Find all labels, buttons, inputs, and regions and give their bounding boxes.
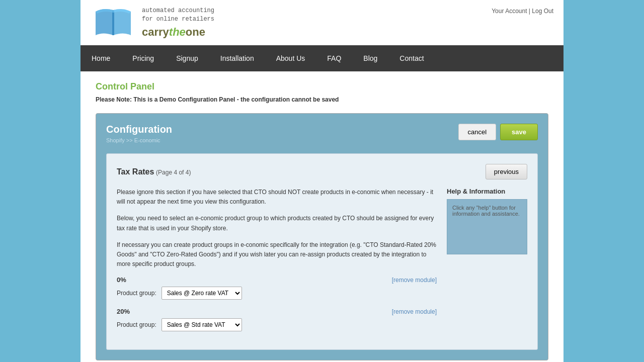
product-group-row-20: Product group: Sales @ Zero rate VAT Sal… <box>117 318 437 331</box>
tax-rate-percent-0: 0% <box>117 276 126 284</box>
brand-name: carrytheone <box>142 26 214 39</box>
help-title: Help & Information <box>447 188 527 195</box>
tax-rates-title: Tax Rates <box>117 167 154 176</box>
logout-link[interactable]: Log Out <box>532 8 553 15</box>
info-para-1: Please ignore this section if you have s… <box>117 188 437 207</box>
tagline: automated accounting for online retailer… <box>142 7 214 24</box>
config-title: Configuration <box>106 124 172 135</box>
config-box: Configuration Shopify >> E-conomic cance… <box>96 113 548 360</box>
tax-rates-header: Tax Rates (Page 4 of 4) previous <box>117 164 527 179</box>
cancel-button[interactable]: cancel <box>458 124 497 140</box>
remove-module-link-20[interactable]: [remove module] <box>392 308 437 315</box>
header-links: Your Account | Log Out <box>492 8 553 15</box>
tax-rate-line-0: 0% [remove module] <box>117 276 437 284</box>
tax-rate-row-20: 20% [remove module] Product group: Sales… <box>117 308 437 331</box>
previous-button[interactable]: previous <box>486 164 527 179</box>
nav-faq[interactable]: FAQ <box>316 45 352 71</box>
control-panel-title: Control Panel <box>96 81 548 92</box>
nav-about-us[interactable]: About Us <box>265 45 316 71</box>
info-para-2: Below, you need to select an e-conomic p… <box>117 214 437 233</box>
nav-pricing[interactable]: Pricing <box>121 45 165 71</box>
tax-rate-row-0: 0% [remove module] Product group: Sales … <box>117 276 437 300</box>
nav-signup[interactable]: Signup <box>165 45 209 71</box>
product-group-label-0: Product group: <box>117 290 156 297</box>
tax-rate-line-20: 20% [remove module] <box>117 308 437 315</box>
remove-module-link-0[interactable]: [remove module] <box>392 277 437 284</box>
your-account-link[interactable]: Your Account <box>492 8 527 15</box>
right-content: Help & Information Click any "help" butt… <box>447 188 527 339</box>
header: automated accounting for online retailer… <box>80 0 564 45</box>
nav-contact[interactable]: Contact <box>388 45 435 71</box>
svg-rect-0 <box>112 10 114 35</box>
tax-rates-title-area: Tax Rates (Page 4 of 4) <box>117 167 191 176</box>
tax-rates-page: (Page 4 of 4) <box>156 169 191 176</box>
left-content: Please ignore this section if you have s… <box>117 188 437 339</box>
logo-text-area: automated accounting for online retailer… <box>142 7 214 39</box>
product-group-row-0: Product group: Sales @ Zero rate VAT Sal… <box>117 287 437 300</box>
tax-rate-percent-20: 20% <box>117 308 130 315</box>
content-area: Please ignore this section if you have s… <box>117 188 527 339</box>
tax-rates-section: Tax Rates (Page 4 of 4) previous Please … <box>106 153 538 350</box>
nav-blog[interactable]: Blog <box>352 45 388 71</box>
config-buttons: cancel save <box>458 124 538 140</box>
config-header: Configuration Shopify >> E-conomic cance… <box>106 124 538 143</box>
demo-notice: Please Note: This is a Demo Configuratio… <box>96 96 548 103</box>
product-group-select-0[interactable]: Sales @ Zero rate VAT Sales @ Std rate V… <box>162 287 242 300</box>
logo-icon <box>91 5 136 40</box>
nav-home[interactable]: Home <box>80 45 121 71</box>
nav-installation[interactable]: Installation <box>209 45 265 71</box>
product-group-label-20: Product group: <box>117 321 156 328</box>
product-group-select-20[interactable]: Sales @ Zero rate VAT Sales @ Std rate V… <box>162 318 242 331</box>
logo-area: automated accounting for online retailer… <box>91 5 214 40</box>
main-content: Control Panel Please Note: This is a Dem… <box>80 71 564 362</box>
nav-bar: Home Pricing Signup Installation About U… <box>80 45 564 71</box>
config-breadcrumb: Shopify >> E-conomic <box>106 137 172 143</box>
config-title-area: Configuration Shopify >> E-conomic <box>106 124 172 143</box>
info-para-3: If necessary you can create product grou… <box>117 240 437 269</box>
save-button[interactable]: save <box>500 124 538 140</box>
help-content-box: Click any "help" button for information … <box>447 199 527 254</box>
